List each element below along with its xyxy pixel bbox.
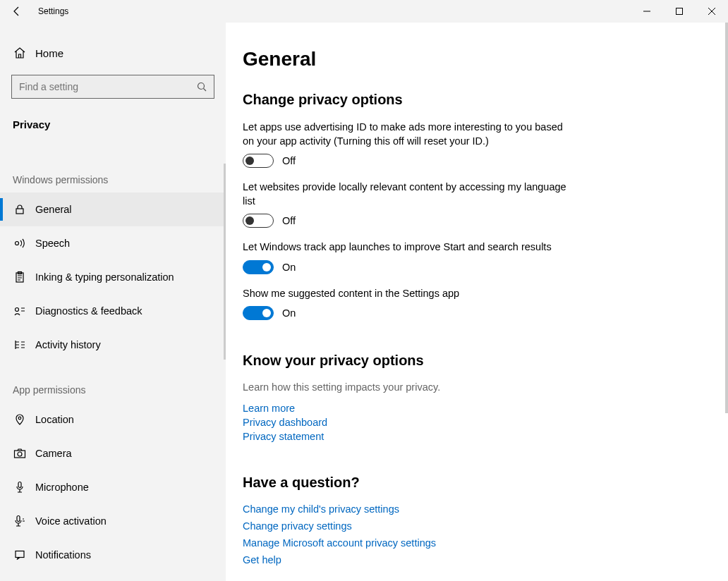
voice-icon [13, 514, 27, 528]
nav-item-label: Speech [35, 238, 70, 249]
window-title: Settings [34, 6, 68, 16]
history-icon [13, 338, 27, 352]
minimize-button[interactable] [631, 0, 663, 23]
titlebar: Settings [0, 0, 728, 23]
link-get-help[interactable]: Get help [243, 554, 703, 565]
toggle-state-label: Off [282, 155, 296, 166]
back-arrow-icon [11, 6, 23, 17]
page-title: General [243, 48, 703, 71]
link-learn-more[interactable]: Learn more [243, 403, 703, 414]
nav-item-speech[interactable]: Speech [0, 226, 226, 260]
notification-icon [13, 548, 27, 562]
toggle-switch[interactable] [243, 260, 274, 274]
nav-item-label: Inking & typing personalization [35, 271, 174, 283]
back-button[interactable] [0, 0, 34, 23]
clipboard-icon [13, 270, 27, 284]
section-know-privacy: Know your privacy options [243, 353, 703, 369]
link-privacy-dashboard[interactable]: Privacy dashboard [243, 417, 703, 428]
nav-item-label: Camera [35, 448, 72, 459]
speech-icon [13, 236, 27, 250]
link-change-my-child-s-privacy-settings[interactable]: Change my child's privacy settings [243, 503, 703, 515]
sidebar: Home Privacy Windows permissions General… [0, 23, 226, 581]
toggle-switch[interactable] [243, 154, 274, 168]
svg-rect-11 [17, 516, 20, 522]
toggle-switch[interactable] [243, 306, 274, 320]
home-icon [13, 46, 27, 60]
setting-desc: Let websites provide locally relevant co… [243, 181, 567, 208]
svg-point-6 [16, 308, 19, 312]
setting-desc: Let Windows track app launches to improv… [243, 240, 567, 255]
maximize-icon [676, 8, 683, 15]
svg-point-1 [198, 83, 205, 90]
toggle-switch[interactable] [243, 214, 274, 228]
section-app-permissions: App permissions [0, 384, 226, 403]
section-question: Have a question? [243, 475, 703, 491]
location-icon [13, 412, 27, 427]
nav-item-notifications[interactable]: Notifications [0, 538, 226, 572]
link-privacy-statement[interactable]: Privacy statement [243, 431, 703, 442]
nav-item-voice-activation[interactable]: Voice activation [0, 504, 226, 538]
nav-item-label: Notifications [35, 549, 91, 561]
svg-rect-2 [16, 209, 23, 214]
section-privacy-options: Change privacy options [243, 92, 703, 108]
sidebar-scrollbar[interactable] [224, 164, 226, 360]
svg-point-7 [18, 417, 21, 420]
home-label: Home [35, 47, 63, 59]
maximize-button[interactable] [663, 0, 696, 23]
setting-desc: Show me suggested content in the Setting… [243, 287, 567, 301]
svg-point-3 [16, 242, 19, 245]
search-input[interactable] [19, 81, 197, 92]
nav-item-activity-history[interactable]: Activity history [0, 328, 226, 362]
section-windows-permissions: Windows permissions [0, 174, 226, 192]
home-nav[interactable]: Home [0, 38, 226, 68]
minimize-icon [643, 8, 650, 15]
search-box[interactable] [11, 75, 214, 99]
link-manage-microsoft-account-privacy-settings[interactable]: Manage Microsoft account privacy setting… [243, 537, 703, 549]
svg-rect-12 [16, 551, 24, 558]
nav-container: Windows permissions GeneralSpeechInking … [0, 152, 226, 572]
nav-item-inking-typing-personalization[interactable]: Inking & typing personalization [0, 260, 226, 294]
toggle-state-label: On [282, 262, 296, 273]
close-icon [708, 8, 715, 15]
microphone-icon [13, 480, 27, 494]
toggle-state-label: On [282, 307, 296, 319]
toggle-state-label: Off [282, 215, 296, 226]
nav-item-label: Activity history [35, 339, 101, 350]
lock-icon [13, 202, 27, 216]
content-scrollbar[interactable] [725, 23, 728, 581]
svg-rect-0 [677, 8, 683, 15]
nav-item-camera[interactable]: Camera [0, 436, 226, 470]
search-icon [197, 82, 207, 92]
nav-item-location[interactable]: Location [0, 403, 226, 436]
nav-item-diagnostics-feedback[interactable]: Diagnostics & feedback [0, 294, 226, 328]
feedback-icon [13, 304, 27, 318]
sidebar-category: Privacy [0, 99, 226, 130]
nav-item-label: Diagnostics & feedback [35, 305, 142, 317]
setting-desc: Let apps use advertising ID to make ads … [243, 121, 567, 148]
content-area: General Change privacy options Let apps … [226, 23, 728, 581]
nav-item-label: Location [35, 414, 74, 425]
nav-item-label: Voice activation [35, 515, 107, 527]
section-know-privacy-sub: Learn how this setting impacts your priv… [243, 381, 703, 393]
close-button[interactable] [696, 0, 728, 23]
svg-point-9 [18, 452, 22, 456]
link-change-privacy-settings[interactable]: Change privacy settings [243, 520, 703, 532]
camera-icon [13, 446, 27, 460]
nav-item-general[interactable]: General [0, 192, 226, 226]
nav-item-label: General [35, 204, 72, 215]
nav-item-label: Microphone [35, 482, 89, 493]
svg-rect-10 [18, 482, 21, 488]
nav-item-microphone[interactable]: Microphone [0, 470, 226, 504]
